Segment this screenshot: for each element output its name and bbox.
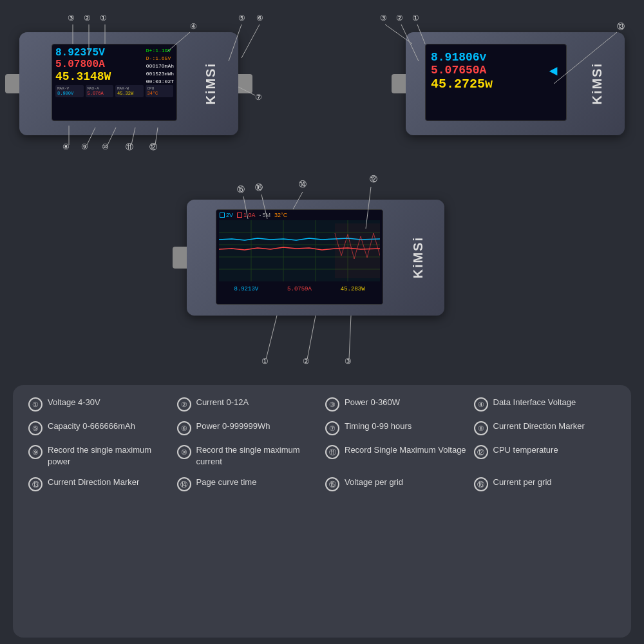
- legend-number: ②: [177, 397, 191, 412]
- logo-2: KiMSi: [590, 62, 605, 105]
- legend-item: ⑬ Current Direction Marker: [28, 477, 171, 491]
- legend-number: ③: [325, 397, 339, 412]
- graph-voltage: 8.9213V: [234, 286, 258, 292]
- svg-text:⑮: ⑮: [237, 185, 245, 194]
- svg-line-51: [266, 316, 277, 359]
- legend-item: ③ Power 0-360W: [325, 397, 468, 412]
- arrow-marker: ◄: [549, 64, 558, 80]
- legend-item: ⑩ Record the single maximum current: [177, 444, 319, 468]
- legend-item: ⑥ Power 0-999999Wh: [177, 421, 319, 435]
- legend-text: Current Direction Marker: [48, 477, 139, 488]
- legend-number: ⑫: [474, 445, 488, 459]
- legend-number: ⑬: [28, 477, 43, 491]
- svg-text:⑨: ⑨: [81, 142, 88, 151]
- tag-box-1a: [237, 213, 242, 218]
- legend-item: ⑭ Page curve time: [177, 477, 319, 491]
- svg-text:②: ②: [396, 14, 403, 23]
- svg-text:④: ④: [190, 22, 197, 31]
- usb-port-left-3: [173, 247, 187, 269]
- graph-screen: 2V 1.0A - 5M 32°C: [216, 210, 383, 304]
- tag-temp: 32°C: [274, 212, 287, 218]
- svg-text:①: ①: [412, 14, 419, 23]
- svg-text:⑧: ⑧: [62, 142, 70, 151]
- legend-number: ⑦: [325, 421, 339, 435]
- svg-text:②: ②: [84, 14, 91, 23]
- svg-text:⑥: ⑥: [256, 14, 263, 23]
- usb-port-left-2: [392, 74, 406, 93]
- logo-1: KiMSi: [204, 62, 218, 105]
- svg-text:③: ③: [345, 357, 352, 366]
- legend-text: CPU temperature: [493, 444, 558, 456]
- legend-text: Voltage per grid: [345, 477, 403, 488]
- svg-text:⑫: ⑫: [149, 142, 157, 151]
- legend-number: ⑧: [474, 421, 488, 435]
- legend-text: Page curve time: [196, 477, 257, 488]
- mwh-display: 001523mWh: [146, 70, 174, 78]
- svg-text:⑭: ⑭: [299, 180, 307, 189]
- legend-text: Current Direction Marker: [493, 421, 585, 432]
- graph-current: 5.0759A: [287, 286, 312, 292]
- svg-text:⑯: ⑯: [255, 183, 263, 192]
- dplus-display: D+:1.19V: [146, 47, 174, 55]
- legend-item: ⑤ Capacity 0-666666mAh: [28, 421, 171, 435]
- legend-item: ② Current 0-12A: [177, 397, 319, 412]
- legend-number: ⑯: [474, 477, 488, 491]
- legend-text: Power 0-999999Wh: [196, 421, 270, 432]
- svg-text:①: ①: [100, 14, 107, 23]
- tag-5m: - 5M: [260, 212, 271, 218]
- devices-section: 8.92375V 5.07800A 45.3148W D+:1.19V D-:1…: [0, 0, 644, 380]
- power-display-2: 45.2725w: [431, 77, 561, 91]
- svg-text:①: ①: [261, 357, 269, 366]
- device3: 2V 1.0A - 5M 32°C: [187, 200, 444, 316]
- legend-text: Timing 0-99 hours: [345, 421, 412, 432]
- graph-svg: [219, 220, 380, 281]
- legend-section: ① Voltage 4-30V ② Current 0-12A ③ Power …: [13, 385, 631, 638]
- tag-1a: 1.0A: [237, 212, 256, 218]
- dminus-display: D-:1.65V: [146, 55, 174, 62]
- screen-content-1: 8.92375V 5.07800A 45.3148W D+:1.19V D-:1…: [52, 44, 176, 120]
- max-v-cell: MAX-V 8.900V: [55, 85, 84, 97]
- graph-header: 2V 1.0A - 5M 32°C: [216, 210, 383, 220]
- svg-text:⑬: ⑬: [617, 22, 625, 31]
- legend-item: ⑪ Record Single Maximum Voltage: [325, 444, 468, 468]
- legend-text: Record the single maximum current: [196, 444, 319, 468]
- legend-text: Current per grid: [493, 477, 552, 488]
- legend-item: ⑯ Current per grid: [474, 477, 616, 491]
- legend-item: ⑧ Current Direction Marker: [474, 421, 616, 435]
- legend-text: Record Single Maximum Voltage: [345, 444, 466, 456]
- time-display: 00:03:02T: [146, 78, 174, 86]
- legend-number: ⑪: [325, 445, 339, 459]
- svg-text:③: ③: [380, 14, 387, 23]
- svg-line-55: [349, 316, 351, 359]
- legend-text: Current 0-12A: [196, 397, 249, 408]
- legend-number: ①: [28, 397, 43, 412]
- legend-number: ⑩: [177, 445, 191, 459]
- legend-number: ⑨: [28, 445, 43, 459]
- legend-number: ④: [474, 397, 488, 412]
- svg-text:⑦: ⑦: [255, 93, 262, 102]
- screen2: 8.91806v 5.07650A ◄ 45.2725w: [425, 44, 567, 121]
- legend-item: ④ Data Interface Voltage: [474, 397, 616, 412]
- legend-item: ⑫ CPU temperature: [474, 444, 616, 468]
- legend-item: ⑨ Record the single maximum power: [28, 444, 171, 468]
- legend-number: ⑮: [325, 477, 339, 491]
- svg-rect-9: [335, 223, 380, 278]
- logo-3: KiMSi: [411, 236, 426, 279]
- legend-item: ⑦ Timing 0-99 hours: [325, 421, 468, 435]
- voltage-display-2: 8.91806v: [431, 51, 561, 64]
- legend-grid: ① Voltage 4-30V ② Current 0-12A ③ Power …: [28, 397, 616, 491]
- screen3: 2V 1.0A - 5M 32°C: [216, 209, 383, 305]
- svg-text:⑪: ⑪: [126, 142, 133, 151]
- usb-port-left-1: [5, 74, 19, 93]
- svg-text:⑤: ⑤: [238, 14, 245, 23]
- max-row: MAX-V 8.900V MAX-A 5.076A MAX-W 45.32W C…: [55, 85, 173, 97]
- device2: 8.91806v 5.07650A ◄ 45.2725w KiMSi: [406, 32, 625, 135]
- legend-number: ⑤: [28, 421, 43, 435]
- legend-text: Voltage 4-30V: [48, 397, 100, 408]
- legend-text: Power 0-360W: [345, 397, 400, 408]
- svg-text:⑩: ⑩: [102, 142, 109, 151]
- usb-port-right-1: [238, 74, 252, 93]
- logo-area-3: KiMSi: [397, 200, 439, 316]
- small-data-1: D+:1.19V D-:1.65V 000170mAh 001523mWh 00…: [146, 47, 174, 86]
- screen1: 8.92375V 5.07800A 45.3148W D+:1.19V D-:1…: [52, 44, 177, 121]
